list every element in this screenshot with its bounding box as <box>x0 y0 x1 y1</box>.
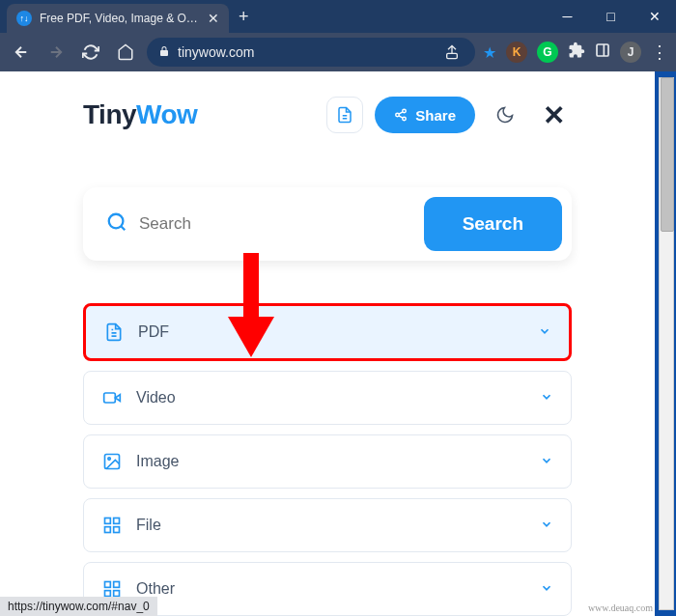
category-label: Other <box>136 580 526 598</box>
logo[interactable]: TinyWow <box>83 99 197 130</box>
bookmark-star-icon[interactable]: ★ <box>483 43 496 62</box>
tab-title: Free PDF, Video, Image & Other <box>40 12 200 25</box>
home-button[interactable] <box>112 39 139 66</box>
svg-point-3 <box>403 109 407 113</box>
svg-rect-0 <box>447 53 458 58</box>
category-label: PDF <box>138 323 524 341</box>
svg-point-8 <box>109 214 124 229</box>
svg-line-7 <box>399 112 403 114</box>
svg-rect-14 <box>105 518 111 524</box>
svg-marker-23 <box>228 317 274 357</box>
svg-point-13 <box>108 458 111 461</box>
chevron-down-icon <box>540 390 553 406</box>
new-tab-button[interactable]: + <box>239 7 249 27</box>
side-panel-icon[interactable] <box>595 42 610 62</box>
reload-button[interactable] <box>77 39 104 66</box>
svg-rect-1 <box>597 44 608 56</box>
pdf-icon <box>103 322 125 343</box>
category-image[interactable]: Image <box>83 434 572 489</box>
favicon-icon: ↑↓ <box>16 11 32 26</box>
svg-rect-10 <box>104 393 116 403</box>
url-text: tinywow.com <box>178 44 433 60</box>
search-button[interactable]: Search <box>424 197 562 251</box>
search-input[interactable] <box>139 214 408 234</box>
svg-line-6 <box>399 116 403 118</box>
search-bar: Search <box>83 187 572 261</box>
minimize-button[interactable]: ─ <box>546 0 589 33</box>
window-close-button[interactable]: ✕ <box>633 0 676 33</box>
back-button[interactable] <box>8 39 35 66</box>
category-label: File <box>136 517 526 534</box>
tab-close-icon[interactable]: ✕ <box>208 11 219 26</box>
svg-rect-19 <box>114 582 120 588</box>
chevron-down-icon <box>540 518 553 534</box>
category-label: Video <box>136 389 526 406</box>
page-viewport: TinyWow Share ✕ Search PDF Video <box>0 71 676 616</box>
share-page-icon[interactable] <box>440 41 464 64</box>
browser-toolbar: tinywow.com ★ K G J ⋮ <box>0 33 676 71</box>
forward-button[interactable] <box>42 39 70 66</box>
dark-mode-toggle[interactable] <box>487 97 523 133</box>
extension-grammarly-icon[interactable]: G <box>537 42 558 63</box>
category-label: Image <box>136 453 526 470</box>
chrome-menu-icon[interactable]: ⋮ <box>651 42 668 63</box>
chevron-down-icon <box>538 324 551 341</box>
chevron-down-icon <box>540 454 553 470</box>
status-bar: https://tinywow.com/#nav_0 <box>0 597 157 616</box>
address-bar[interactable]: tinywow.com <box>147 38 475 67</box>
svg-line-9 <box>121 226 125 230</box>
category-video[interactable]: Video <box>83 371 572 425</box>
svg-rect-15 <box>114 518 120 524</box>
extension-k-icon[interactable]: K <box>506 42 527 63</box>
svg-rect-17 <box>105 527 111 533</box>
video-icon <box>101 387 123 408</box>
image-icon <box>101 451 123 472</box>
search-icon <box>106 211 127 237</box>
svg-rect-16 <box>114 527 120 533</box>
site-header: TinyWow Share ✕ <box>83 97 572 133</box>
maximize-button[interactable]: □ <box>589 0 633 33</box>
svg-rect-22 <box>243 253 259 321</box>
file-grid-icon <box>101 515 123 536</box>
page-content: TinyWow Share ✕ Search PDF Video <box>0 71 655 616</box>
lock-icon <box>158 45 170 60</box>
document-icon-button[interactable] <box>326 97 363 133</box>
svg-point-5 <box>403 117 407 121</box>
annotation-arrow <box>222 253 280 359</box>
window-titlebar: ↑↓ Free PDF, Video, Image & Other ✕ + ─ … <box>0 0 676 33</box>
svg-rect-18 <box>105 582 111 588</box>
scrollbar-thumb[interactable] <box>661 77 674 232</box>
svg-rect-20 <box>114 591 120 597</box>
svg-point-4 <box>396 113 400 117</box>
watermark: www.deuaq.com <box>588 602 653 613</box>
extensions-puzzle-icon[interactable] <box>568 42 585 63</box>
close-menu-button[interactable]: ✕ <box>535 97 572 133</box>
share-button[interactable]: Share <box>375 97 475 133</box>
category-file[interactable]: File <box>83 498 572 552</box>
chevron-down-icon <box>540 581 553 598</box>
category-pdf[interactable]: PDF <box>83 303 572 361</box>
svg-rect-21 <box>105 591 111 597</box>
browser-tab[interactable]: ↑↓ Free PDF, Video, Image & Other ✕ <box>7 4 229 33</box>
profile-avatar[interactable]: J <box>620 42 641 63</box>
